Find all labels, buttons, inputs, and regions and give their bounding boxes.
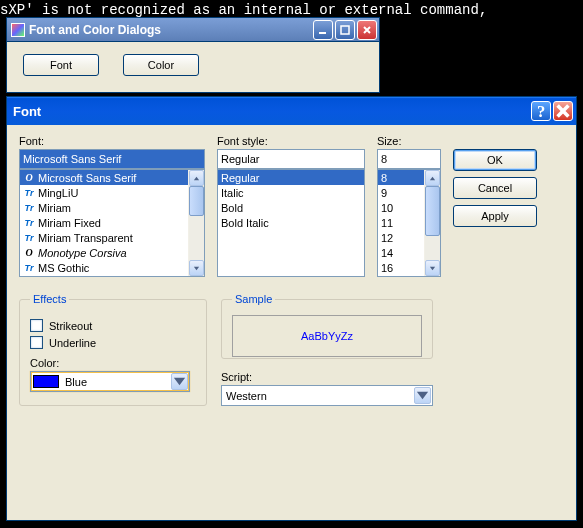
- main-titlebar[interactable]: Font and Color Dialogs: [7, 18, 379, 42]
- sample-preview: AaBbYyZz: [232, 315, 422, 357]
- strikeout-label: Strikeout: [49, 320, 92, 332]
- scroll-down-icon[interactable]: [425, 260, 440, 276]
- font-dialog: Font ? Font: OMicrosoft Sans SerifTrMing…: [6, 96, 577, 521]
- color-combo[interactable]: Blue: [30, 371, 190, 392]
- opentype-icon: O: [23, 172, 35, 183]
- color-label: Color:: [30, 357, 196, 369]
- strikeout-checkbox[interactable]: [30, 319, 43, 332]
- font-list-item[interactable]: TrMiriam: [20, 200, 188, 215]
- dialog-close-button[interactable]: [553, 101, 573, 121]
- app-icon: [11, 23, 25, 37]
- scroll-thumb[interactable]: [425, 186, 440, 236]
- style-list-item[interactable]: Bold Italic: [218, 215, 364, 230]
- font-list-item-label: Microsoft Sans Serif: [38, 172, 136, 184]
- script-value: Western: [224, 390, 267, 402]
- font-list-item-label: MS Gothic: [38, 262, 89, 274]
- script-label: Script:: [221, 371, 433, 383]
- font-list-item-label: MingLiU: [38, 187, 78, 199]
- font-dialog-titlebar[interactable]: Font ?: [7, 97, 576, 125]
- cancel-button[interactable]: Cancel: [453, 177, 537, 199]
- scroll-up-icon[interactable]: [189, 170, 204, 186]
- truetype-icon: Tr: [23, 203, 35, 213]
- truetype-icon: Tr: [23, 263, 35, 273]
- font-list-item[interactable]: TrMiriam Fixed: [20, 215, 188, 230]
- font-list-item[interactable]: TrMingLiU: [20, 185, 188, 200]
- underline-label: Underline: [49, 337, 96, 349]
- font-listbox[interactable]: OMicrosoft Sans SerifTrMingLiUTrMiriamTr…: [19, 169, 205, 277]
- font-input[interactable]: [19, 149, 205, 169]
- font-dialog-title: Font: [13, 104, 529, 119]
- underline-checkbox[interactable]: [30, 336, 43, 349]
- svg-rect-0: [319, 32, 326, 34]
- chevron-down-icon[interactable]: [414, 387, 431, 404]
- size-scrollbar[interactable]: [424, 170, 440, 276]
- size-list-item[interactable]: 14: [378, 245, 424, 260]
- font-scrollbar[interactable]: [188, 170, 204, 276]
- script-combo[interactable]: Western: [221, 385, 433, 406]
- style-list-item[interactable]: Bold: [218, 200, 364, 215]
- effects-legend: Effects: [30, 293, 69, 305]
- effects-group: Effects Strikeout Underline Color: Blue: [19, 293, 207, 406]
- apply-button[interactable]: Apply: [453, 205, 537, 227]
- sample-group: Sample AaBbYyZz: [221, 293, 433, 359]
- main-window-title: Font and Color Dialogs: [29, 23, 313, 37]
- font-list-item[interactable]: OMicrosoft Sans Serif: [20, 170, 188, 185]
- truetype-icon: Tr: [23, 233, 35, 243]
- main-window: Font and Color Dialogs Font Color: [6, 17, 380, 93]
- size-list-item[interactable]: 9: [378, 185, 424, 200]
- font-list-item[interactable]: OMonotype Corsiva: [20, 245, 188, 260]
- size-list-item[interactable]: 16: [378, 260, 424, 275]
- size-input[interactable]: [377, 149, 441, 169]
- truetype-icon: Tr: [23, 188, 35, 198]
- scroll-up-icon[interactable]: [425, 170, 440, 186]
- svg-text:?: ?: [537, 102, 545, 120]
- font-list-item[interactable]: TrMiriam Transparent: [20, 230, 188, 245]
- style-list-item[interactable]: Italic: [218, 185, 364, 200]
- color-name: Blue: [65, 376, 87, 388]
- size-list-item[interactable]: 10: [378, 200, 424, 215]
- font-label: Font:: [19, 135, 205, 147]
- size-label: Size:: [377, 135, 441, 147]
- truetype-icon: Tr: [23, 218, 35, 228]
- size-list-item[interactable]: 8: [378, 170, 424, 185]
- sample-legend: Sample: [232, 293, 275, 305]
- font-list-item-label: Miriam: [38, 202, 71, 214]
- minimize-button[interactable]: [313, 20, 333, 40]
- size-list-item[interactable]: 11: [378, 215, 424, 230]
- ok-button[interactable]: OK: [453, 149, 537, 171]
- chevron-down-icon[interactable]: [171, 373, 188, 390]
- font-list-item-label: Miriam Fixed: [38, 217, 101, 229]
- scroll-thumb[interactable]: [189, 186, 204, 216]
- color-swatch: [33, 375, 59, 388]
- console-output: sXP' is not recognized as an internal or…: [0, 2, 487, 18]
- maximize-button[interactable]: [335, 20, 355, 40]
- font-list-item-label: Miriam Transparent: [38, 232, 133, 244]
- style-list-item[interactable]: Regular: [218, 170, 364, 185]
- scroll-down-icon[interactable]: [189, 260, 204, 276]
- color-button[interactable]: Color: [123, 54, 199, 76]
- size-listbox[interactable]: 891011121416: [377, 169, 441, 277]
- svg-rect-1: [341, 26, 349, 34]
- close-button[interactable]: [357, 20, 377, 40]
- size-list-item[interactable]: 12: [378, 230, 424, 245]
- opentype-icon: O: [23, 247, 35, 258]
- style-label: Font style:: [217, 135, 365, 147]
- font-list-item-label: Monotype Corsiva: [38, 247, 127, 259]
- style-input[interactable]: [217, 149, 365, 169]
- style-listbox[interactable]: RegularItalicBoldBold Italic: [217, 169, 365, 277]
- font-button[interactable]: Font: [23, 54, 99, 76]
- help-button[interactable]: ?: [531, 101, 551, 121]
- font-list-item[interactable]: TrMS Gothic: [20, 260, 188, 275]
